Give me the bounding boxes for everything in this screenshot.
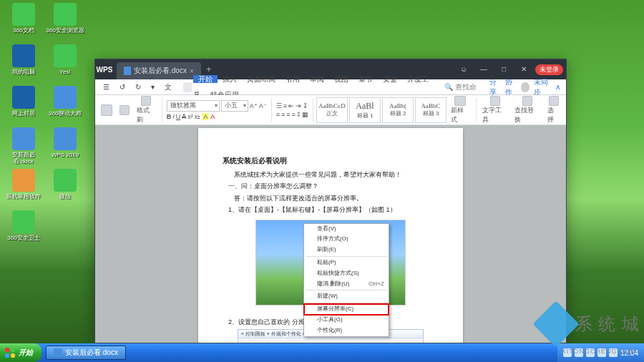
- sort-icon[interactable]: ↧: [303, 102, 308, 109]
- strike-button[interactable]: A̶: [182, 113, 186, 120]
- menu-item[interactable]: 引用: [280, 75, 305, 83]
- doc-intro: 系统城技术为大家提供一些常见问题，希望对大家有帮助！: [223, 170, 439, 180]
- align-left-icon[interactable]: ≡: [276, 111, 280, 118]
- shrink-font-icon[interactable]: A⁻: [259, 102, 267, 109]
- align-justify-icon[interactable]: ≡: [292, 111, 296, 118]
- sub-button[interactable]: x₂: [195, 113, 201, 120]
- start-button[interactable]: 开始: [0, 343, 42, 362]
- document-area[interactable]: 系统安装后必看说明 系统城技术为大家提供一些常见问题，希望对大家有帮助！ 一、问…: [95, 125, 566, 343]
- desktop-icon[interactable]: 360安全卫士: [3, 210, 44, 248]
- desktop-icon[interactable]: 360驱动大师: [44, 86, 86, 123]
- font-size-select[interactable]: 小五: [221, 100, 248, 112]
- styles-gallery[interactable]: AaBbCcD正文AaBl标题 1AaBb(标题 2AaBbC标题 3: [316, 97, 447, 123]
- qat-menu[interactable]: ☰: [98, 79, 114, 95]
- shading-icon[interactable]: ▦: [302, 111, 308, 118]
- menu-item[interactable]: 安全: [378, 75, 402, 83]
- format-brush-button[interactable]: 格式刷: [134, 96, 159, 124]
- style-box[interactable]: AaBl标题 1: [349, 97, 381, 123]
- task-doc-icon: [54, 348, 62, 357]
- font-style-row: B I U A̶ x² x₂ A A: [167, 113, 267, 120]
- menubar-right: 分享 协作 未同步 ∧: [489, 77, 566, 97]
- desktop-icon[interactable]: 微信: [44, 169, 86, 206]
- text-tools-button[interactable]: 文字工具: [479, 96, 511, 124]
- desktop-icon[interactable]: 360安全浏览器: [44, 3, 86, 40]
- context-menu-item: 刷新(E): [304, 245, 389, 255]
- context-menu-item: 个性化(R): [304, 326, 389, 336]
- context-menu-item: 新建(W): [304, 291, 389, 302]
- paste-button[interactable]: [98, 96, 115, 124]
- collab-button[interactable]: 协作: [505, 77, 517, 97]
- menu-item[interactable]: 页面布局: [242, 75, 280, 83]
- super-button[interactable]: x²: [187, 113, 193, 120]
- menu-item[interactable]: 审阅: [305, 75, 329, 83]
- minimize-button[interactable]: —: [475, 63, 492, 76]
- bold-button[interactable]: B: [167, 113, 172, 120]
- menu-search[interactable]: 🔍 查找命令…: [439, 79, 489, 95]
- watermark: 系 统 城 XITONGCHENG.COM: [540, 308, 640, 341]
- menubar: ☰ ↺ ↻ ▾ 文件 开始插入页面布局引用审阅视图章节安全开发工具特色应用 🔍 …: [95, 79, 566, 95]
- desktop-icon[interactable]: WPS 2019: [44, 127, 86, 165]
- menu-item[interactable]: 章节: [353, 75, 378, 83]
- watermark-diamond-icon: [532, 300, 579, 347]
- align-center-icon[interactable]: ≡: [281, 111, 285, 118]
- qat-more[interactable]: ▾: [146, 79, 160, 95]
- highlight-button[interactable]: A: [202, 113, 209, 120]
- copy-button[interactable]: [117, 96, 132, 124]
- watermark-url: XITONGCHENG.COM: [562, 348, 637, 355]
- desktop-icon[interactable]: 我的电脑: [3, 44, 44, 82]
- menu-item[interactable]: 插入: [218, 75, 242, 83]
- context-menu-item: 撤消 删除(U)Ctrl+Z: [304, 279, 389, 290]
- bullets-icon[interactable]: ☰: [276, 102, 282, 109]
- font-name-select[interactable]: 微软雅黑: [167, 100, 220, 112]
- doc-heading: 系统安装后必看说明: [223, 155, 439, 167]
- start-label: 开始: [19, 348, 33, 358]
- window-controls: ☺ — □ ✕ 未登录: [455, 63, 566, 76]
- underline-button[interactable]: U: [176, 113, 181, 120]
- align-right-icon[interactable]: ≡: [286, 111, 290, 118]
- style-box[interactable]: AaBbC标题 3: [415, 97, 447, 123]
- context-menu-item: 屏幕分辨率(C): [304, 304, 389, 315]
- italic-button[interactable]: I: [172, 113, 175, 120]
- menu-item[interactable]: 开始: [193, 75, 218, 83]
- numbering-icon[interactable]: ≡: [283, 102, 287, 109]
- line-spacing-icon[interactable]: ‡: [297, 111, 301, 118]
- collapse-ribbon-icon[interactable]: ∧: [555, 83, 560, 91]
- maximize-button[interactable]: □: [495, 63, 512, 76]
- grow-font-icon[interactable]: A⁺: [250, 102, 258, 109]
- desktop-icon[interactable]: 安装后必看.docx: [3, 127, 44, 165]
- windows-logo-icon: [4, 347, 16, 358]
- style-box[interactable]: AaBb(标题 2: [382, 97, 414, 123]
- desktop-icon[interactable]: 网上邻居: [3, 86, 44, 123]
- desktop-icon[interactable]: 360文档: [3, 3, 44, 40]
- desktop-icon[interactable]: Yes!: [44, 44, 86, 82]
- desktop-icon[interactable]: 装机常用软件: [3, 169, 44, 206]
- qat-redo[interactable]: ↻: [130, 79, 146, 95]
- login-pill[interactable]: 未登录: [535, 64, 563, 75]
- indent-inc-icon[interactable]: ⇥: [296, 102, 301, 109]
- para-block: ☰ ≡ ⇤ ⇥ ↧ ≡ ≡ ≡ ≡ ‡ ▦: [275, 102, 310, 118]
- emb2-toolbar: [238, 338, 423, 343]
- find-replace-button[interactable]: 查找替换: [512, 96, 543, 124]
- desktop-icons: 360文档360安全浏览器我的电脑Yes!网上邻居360驱动大师安装后必看.do…: [3, 3, 96, 252]
- menu-file[interactable]: 文件: [160, 79, 182, 95]
- share-button[interactable]: 分享: [489, 77, 501, 97]
- font-color-button[interactable]: A: [210, 113, 215, 120]
- avatar[interactable]: [521, 82, 529, 92]
- taskbar: 开始 安装后必看.docx 12:04: [0, 343, 644, 362]
- document-tab[interactable]: 安装后必看.docx ×: [117, 62, 201, 79]
- select-button[interactable]: 选择: [545, 96, 563, 124]
- doc-step1: 1、请在【桌面】-【鼠标右键】-【屏幕分辨率】（如图 1）: [223, 205, 439, 215]
- close-button[interactable]: ✕: [515, 63, 532, 76]
- context-menu-item: 小工具(G): [304, 315, 389, 326]
- watermark-brand: 系 统 城: [575, 313, 640, 336]
- indent-dec-icon[interactable]: ⇤: [288, 102, 294, 109]
- taskbar-task[interactable]: 安装后必看.docx: [46, 346, 126, 360]
- style-box[interactable]: AaBbCcD正文: [316, 97, 348, 123]
- context-menu-item: 排序方式(O): [304, 234, 389, 245]
- new-style-button[interactable]: 新样式: [448, 96, 473, 124]
- wps-logo: WPS: [95, 59, 114, 79]
- doc-q1: 一、问：桌面分辨率怎么调整？: [223, 181, 439, 191]
- menu-item[interactable]: 视图: [329, 75, 353, 83]
- feedback-icon[interactable]: ☺: [455, 63, 472, 76]
- qat-undo[interactable]: ↺: [114, 79, 130, 95]
